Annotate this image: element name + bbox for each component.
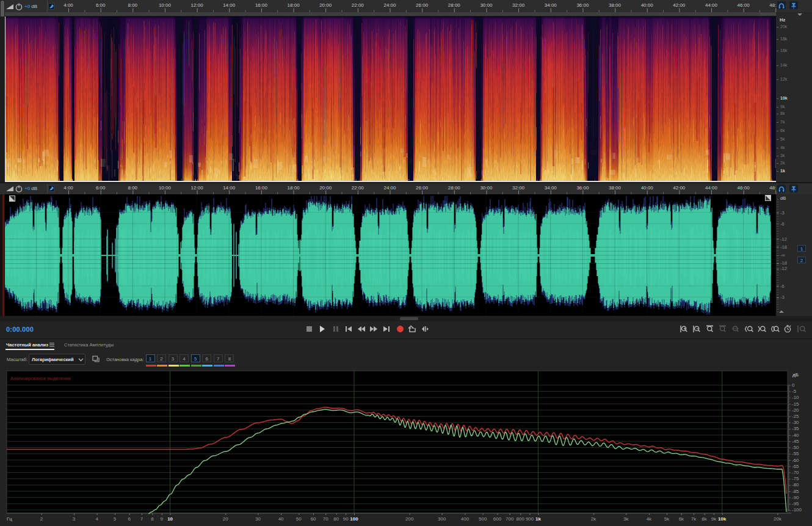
svg-text:Анализированое выделение: Анализированое выделение — [10, 376, 71, 381]
